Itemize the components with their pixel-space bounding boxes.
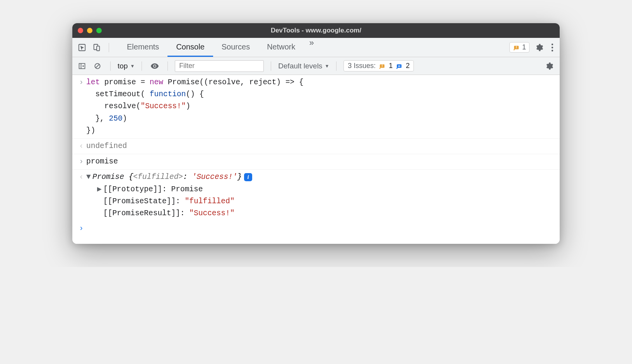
filter-input[interactable] [175, 60, 264, 72]
minimize-window-button[interactable] [87, 28, 92, 33]
console-input-row: › let promise = new Promise((resolve, re… [72, 75, 560, 139]
live-expression-icon[interactable] [149, 60, 161, 72]
collapse-icon[interactable]: ▼ [86, 171, 92, 183]
warning-icon: ! [513, 44, 520, 51]
settings-icon[interactable] [533, 43, 546, 52]
warning-count: 1 [522, 43, 526, 51]
menu-icon[interactable] [549, 43, 556, 52]
result-undefined: undefined [86, 140, 555, 152]
traffic-lights [78, 28, 102, 33]
prompt-chevron-icon: › [76, 223, 86, 235]
inspect-element-icon[interactable] [76, 42, 88, 53]
console-toolbar: top ▼ Default levels ▼ 3 Issues: ! 1 2 [72, 57, 560, 75]
code-block[interactable]: let promise = new Promise((resolve, reje… [86, 77, 555, 137]
console-settings-icon[interactable] [543, 62, 556, 70]
tab-elements[interactable]: Elements [118, 38, 167, 57]
svg-rect-2 [97, 46, 99, 51]
tab-strip: Elements Console Sources Network » ! 1 [72, 38, 560, 57]
issues-info-count: 2 [406, 62, 410, 70]
clear-console-icon[interactable] [92, 60, 103, 72]
divider [336, 61, 336, 71]
tab-console[interactable]: Console [167, 38, 213, 57]
svg-point-6 [552, 46, 553, 48]
console-output[interactable]: › let promise = new Promise((resolve, re… [72, 75, 560, 244]
log-levels-selector[interactable]: Default levels ▼ [278, 62, 329, 70]
console-input-row: › promise [72, 154, 560, 170]
sidebar-toggle-icon[interactable] [76, 60, 88, 72]
issues-label: 3 Issues: [348, 62, 376, 70]
svg-text:!: ! [516, 46, 517, 49]
tabs: Elements Console Sources Network » [118, 38, 319, 57]
divider [109, 43, 109, 52]
titlebar: DevTools - www.google.com/ [72, 23, 560, 38]
warning-badge[interactable]: ! 1 [509, 42, 530, 53]
output-chevron-icon: ‹ [76, 171, 86, 219]
svg-point-5 [552, 43, 553, 45]
tab-sources[interactable]: Sources [213, 38, 258, 57]
divider [271, 61, 271, 71]
svg-text:!: ! [382, 64, 383, 68]
window-title: DevTools - www.google.com/ [72, 27, 560, 34]
object-inspection[interactable]: ▼Promise {<fulfilled>: 'Success!'}i ▶[[P… [86, 171, 555, 219]
context-selector[interactable]: top ▼ [118, 62, 135, 70]
device-toolbar-icon[interactable] [91, 42, 102, 53]
tab-network[interactable]: Network [258, 38, 304, 57]
tab-overflow[interactable]: » [304, 38, 319, 57]
output-chevron-icon: ‹ [76, 140, 86, 152]
context-label: top [118, 62, 128, 70]
input-chevron-icon: › [76, 77, 86, 137]
close-window-button[interactable] [78, 28, 83, 33]
info-badge-icon[interactable]: i [244, 173, 252, 181]
divider [110, 61, 111, 71]
expand-icon[interactable]: ▶ [97, 184, 103, 196]
chevron-down-icon: ▼ [130, 63, 135, 69]
svg-rect-14 [398, 66, 400, 66]
maximize-window-button[interactable] [96, 28, 102, 33]
devtools-window: DevTools - www.google.com/ Elements Cons… [72, 23, 560, 244]
prompt-input[interactable] [86, 223, 555, 235]
console-output-row: ‹ undefined [72, 139, 560, 154]
svg-rect-13 [398, 65, 400, 66]
svg-rect-12 [397, 64, 401, 68]
issues-badge[interactable]: 3 Issues: ! 1 2 [343, 60, 414, 71]
code-input[interactable]: promise [86, 156, 555, 168]
input-chevron-icon: › [76, 156, 86, 168]
divider [142, 61, 142, 71]
warning-icon: ! [379, 63, 386, 70]
console-output-row: ‹ ▼Promise {<fulfilled>: 'Success!'}i ▶[… [72, 170, 560, 221]
issues-warn-count: 1 [389, 62, 393, 70]
divider [167, 61, 168, 71]
info-icon [396, 63, 403, 70]
svg-point-7 [552, 49, 553, 51]
chevron-down-icon: ▼ [325, 63, 329, 69]
console-prompt-row[interactable]: › [72, 221, 560, 236]
log-levels-label: Default levels [278, 62, 322, 70]
